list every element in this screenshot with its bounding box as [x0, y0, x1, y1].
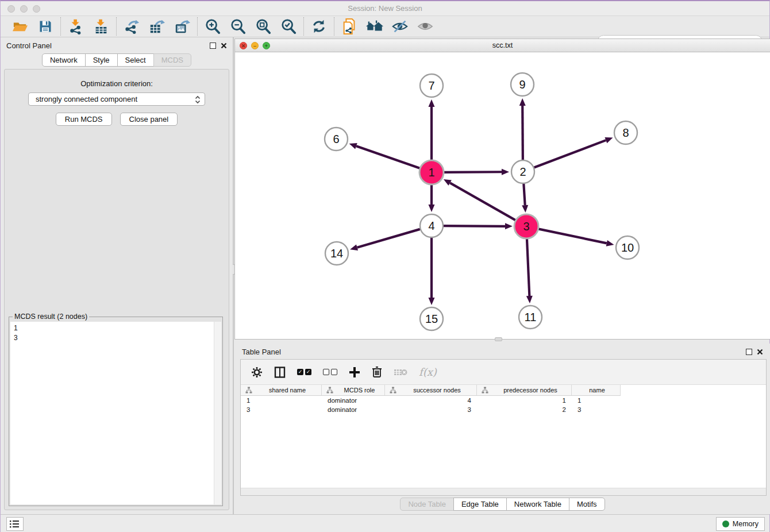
tab-style[interactable]: Style	[85, 53, 118, 67]
dropdown-selected-value: strongly connected component	[36, 95, 137, 103]
import-network-button[interactable]	[67, 18, 85, 35]
show-graphics-button[interactable]	[416, 18, 434, 35]
optimization-criterion-select[interactable]: strongly connected component	[28, 92, 205, 106]
window-controls	[7, 5, 40, 13]
graph-edge-1-4[interactable]	[429, 184, 435, 212]
hide-graphics-button[interactable]	[391, 18, 409, 35]
mcds-result-textarea[interactable]: 13	[10, 322, 221, 504]
graph-node-8[interactable]: 8	[614, 121, 637, 144]
graph-edge-3-10[interactable]	[538, 229, 614, 246]
open-folder-icon	[12, 19, 28, 34]
show-column-button[interactable]	[274, 367, 286, 378]
open-session-button[interactable]	[11, 18, 29, 35]
column-header-successor-nodes[interactable]: successor nodes	[385, 385, 477, 395]
graph-node-1[interactable]: 1	[419, 160, 444, 184]
result-scrollbar[interactable]	[214, 322, 221, 504]
add-column-button[interactable]	[349, 367, 360, 378]
status-bar: Memory	[1, 514, 769, 532]
zoom-out-button[interactable]	[229, 18, 247, 35]
cell-MCDS-role: dominator	[322, 396, 385, 405]
tab-network[interactable]: Network	[42, 53, 86, 67]
column-header-predecessor-nodes[interactable]: predecessor nodes	[477, 385, 572, 395]
deselect-all-columns-button[interactable]	[323, 369, 337, 375]
reset-view-button[interactable]	[365, 18, 384, 35]
cell-shared-name: 3	[241, 405, 322, 414]
network-window-title: scc.txt	[235, 41, 770, 49]
tab-mcds[interactable]: MCDS	[153, 53, 191, 67]
zoom-selected-button[interactable]	[279, 18, 298, 35]
refresh-view-button[interactable]	[310, 18, 328, 35]
network-resize-grip[interactable]	[495, 337, 502, 341]
close-window-button[interactable]	[7, 5, 15, 13]
table-row[interactable]: 3dominator323	[241, 405, 766, 414]
network-graph[interactable]: 7968124314101511	[235, 52, 770, 339]
minimize-window-button[interactable]	[20, 5, 28, 13]
float-panel-icon[interactable]	[210, 43, 216, 49]
graph-edge-2-3[interactable]	[522, 184, 528, 213]
delete-column-button[interactable]	[394, 368, 407, 377]
float-table-panel-icon[interactable]	[746, 349, 752, 355]
function-builder-button[interactable]: f(x)	[419, 366, 437, 378]
export-table-button[interactable]	[148, 18, 166, 35]
column-header-shared-name[interactable]: shared name	[241, 385, 322, 395]
mcds-result-line: 1	[14, 323, 218, 333]
network-canvas[interactable]: 7968124314101511	[235, 52, 770, 339]
graph-node-14[interactable]: 14	[325, 242, 348, 265]
network-window-titlebar[interactable]: ✕ – + scc.txt	[235, 39, 770, 52]
svg-text:2: 2	[519, 165, 526, 178]
graph-node-15[interactable]: 15	[420, 307, 443, 330]
tab-select[interactable]: Select	[117, 53, 154, 67]
cell-successor-nodes: 4	[385, 396, 477, 405]
save-session-button[interactable]	[36, 18, 55, 35]
graph-edge-1-2[interactable]	[444, 169, 509, 175]
column-header-MCDS-role[interactable]: MCDS role	[322, 385, 385, 395]
new-network-from-selection-button[interactable]	[340, 18, 359, 35]
zoom-window-button[interactable]	[33, 5, 40, 13]
application-window: Session: New Session	[0, 0, 770, 532]
export-image-button[interactable]	[173, 18, 191, 35]
select-all-columns-button[interactable]: ✓✓	[297, 369, 311, 375]
graph-node-7[interactable]: 7	[420, 74, 443, 97]
graph-edge-3-1[interactable]	[444, 179, 516, 221]
table-tab-edge-table[interactable]: Edge Table	[453, 498, 507, 511]
graph-edge-1-7[interactable]	[429, 99, 435, 160]
graph-node-9[interactable]: 9	[511, 73, 534, 96]
graph-edge-3-11[interactable]	[526, 238, 533, 303]
zoom-in-button[interactable]	[203, 18, 222, 35]
table-toolbar: ✓✓ f(x)	[241, 360, 766, 385]
table-tab-network-table[interactable]: Network Table	[506, 498, 569, 511]
run-mcds-button[interactable]: Run MCDS	[56, 113, 112, 126]
memory-button[interactable]: Memory	[716, 517, 765, 531]
zoom-in-icon	[205, 18, 221, 34]
delete-row-button[interactable]	[372, 366, 382, 378]
close-table-panel-icon[interactable]	[757, 349, 763, 355]
table-tab-node-table[interactable]: Node Table	[400, 498, 454, 511]
table-tab-motifs[interactable]: Motifs	[569, 498, 605, 511]
panel-splitter[interactable]	[233, 37, 234, 514]
graph-edge-2-9[interactable]	[519, 98, 526, 160]
mcds-result-groupbox: MCDS result (2 nodes) 13	[9, 317, 223, 506]
graph-edge-4-14[interactable]	[350, 229, 420, 250]
graph-edge-4-3[interactable]	[444, 223, 513, 229]
graph-node-2[interactable]: 2	[511, 160, 534, 183]
graph-node-6[interactable]: 6	[325, 128, 348, 151]
task-history-button[interactable]	[6, 517, 24, 531]
graph-node-4[interactable]: 4	[420, 214, 443, 237]
graph-edge-4-15[interactable]	[429, 238, 435, 305]
memory-label: Memory	[733, 520, 759, 528]
close-panel-button[interactable]: Close panel	[120, 113, 178, 126]
column-header-name[interactable]: name	[572, 385, 621, 395]
table-hscroll-area[interactable]	[241, 488, 766, 495]
graph-node-11[interactable]: 11	[519, 306, 542, 329]
graph-edge-1-6[interactable]	[349, 143, 421, 168]
control-panel: Control Panel NetworkStyleSelectMCDS Opt…	[1, 37, 233, 514]
graph-node-3[interactable]: 3	[514, 214, 538, 238]
table-row[interactable]: 1dominator411	[241, 396, 766, 405]
close-panel-icon[interactable]	[221, 43, 227, 49]
export-network-button[interactable]	[122, 18, 141, 35]
graph-edge-2-8[interactable]	[534, 137, 613, 168]
import-table-button[interactable]	[92, 18, 110, 35]
table-settings-button[interactable]	[251, 367, 263, 378]
fit-content-button[interactable]	[254, 18, 272, 35]
graph-node-10[interactable]: 10	[616, 236, 639, 259]
